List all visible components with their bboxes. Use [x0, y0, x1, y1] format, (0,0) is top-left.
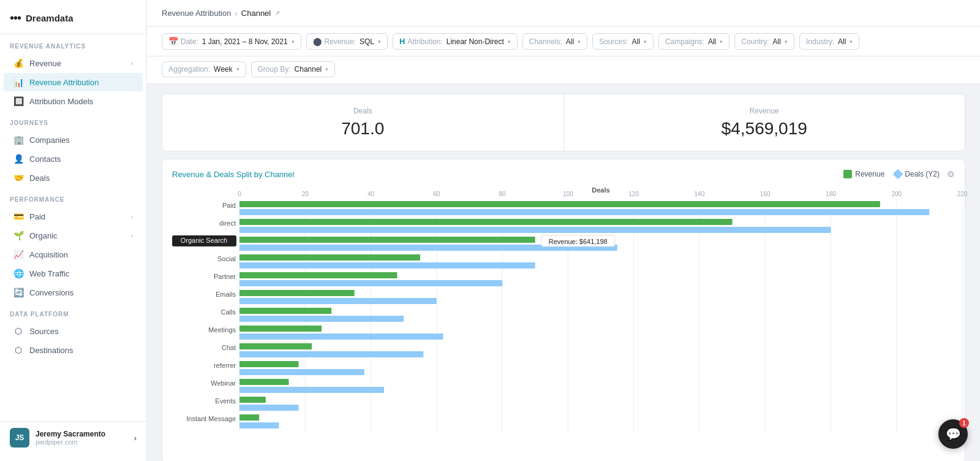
sidebar-item-companies[interactable]: 🏢 Companies [4, 131, 143, 149]
breadcrumb: Revenue Attribution › Channel ↗ [147, 0, 980, 27]
logo-dots: ••• [10, 11, 21, 25]
svg-text:80: 80 [499, 191, 507, 197]
sidebar-section-data-platform: DATA PLATFORM [0, 302, 146, 321]
svg-text:Calls: Calls [221, 308, 236, 316]
svg-rect-56 [239, 379, 288, 385]
svg-rect-29 [239, 219, 733, 225]
svg-rect-27 [239, 209, 929, 215]
campaigns-caret: ▾ [720, 39, 723, 45]
sidebar-section-performance: PERFORMANCE [0, 188, 146, 207]
svg-rect-57 [239, 387, 384, 393]
industry-label: Industry: [806, 37, 834, 46]
channels-label: Channels: [529, 37, 562, 46]
sidebar-item-web-traffic[interactable]: 🌐 Web Traffic [4, 264, 143, 283]
attribution-icon: H [399, 37, 405, 46]
sidebar-item-contacts[interactable]: 👤 Contacts [4, 150, 143, 168]
sidebar-item-acquisition[interactable]: 📈 Acquisition [4, 245, 143, 264]
sidebar-item-destinations[interactable]: ⬡ Destinations [4, 341, 143, 359]
sources-filter[interactable]: Sources: All ▾ [592, 33, 654, 50]
svg-rect-38 [239, 272, 397, 278]
sidebar-item-revenue[interactable]: 💰 Revenue › [4, 54, 143, 72]
svg-rect-42 [239, 298, 437, 304]
attribution-filter[interactable]: H Attribution: Linear Non-Direct ▾ [393, 33, 518, 50]
attribution-value: Linear Non-Direct [447, 37, 504, 46]
svg-rect-59 [239, 397, 266, 403]
revenue-summary-value: $4,569,019 [584, 119, 946, 139]
main-content: Revenue Attribution › Channel ↗ 📅 Date: … [147, 0, 980, 461]
date-value: 1 Jan, 2021 – 8 Nov, 2021 [202, 37, 288, 46]
aggregation-label: Aggregation: [168, 65, 210, 74]
logo-text: Dreamdata [26, 13, 74, 23]
chevron-icon: › [131, 213, 133, 220]
industry-filter[interactable]: Industry: All ▾ [799, 33, 859, 50]
chat-button[interactable]: 💬 1 [938, 419, 968, 449]
date-filter[interactable]: 📅 Date: 1 Jan, 2021 – 8 Nov, 2021 ▾ [162, 33, 301, 50]
chart-container: 020406080100120140160180200220DealsPaidd… [172, 186, 955, 452]
sidebar-icon-companies: 🏢 [13, 135, 23, 145]
groupby-label: Group By: [258, 65, 291, 74]
revenue-icon: ⬤ [313, 37, 322, 46]
svg-text:Emails: Emails [216, 291, 236, 298]
sidebar-icon-revenue-attribution: 📊 [13, 77, 23, 87]
svg-rect-54 [239, 369, 364, 375]
legend-deals-label: Deals (Y2) [905, 170, 940, 178]
chevron-icon: › [131, 232, 133, 239]
sidebar-item-revenue-attribution[interactable]: 📊 Revenue Attribution [4, 73, 143, 91]
country-filter[interactable]: Country: All ▾ [734, 33, 794, 50]
revenue-card: Revenue $4,569,019 [564, 94, 965, 151]
sidebar-item-deals[interactable]: 🤝 Deals [4, 169, 143, 187]
svg-rect-50 [239, 343, 312, 349]
sidebar-item-conversions[interactable]: 🔄 Conversions [4, 283, 143, 302]
sources-value: All [632, 37, 640, 46]
sidebar-icon-destinations: ⬡ [13, 345, 23, 355]
svg-text:200: 200 [891, 191, 902, 197]
sidebar-label-destinations: Destinations [29, 346, 74, 355]
chart-legend: Revenue Deals (Y2) [843, 170, 940, 178]
legend-deals: Deals (Y2) [894, 170, 940, 178]
sidebar-icon-paid: 💳 [13, 211, 23, 221]
svg-text:direct: direct [219, 219, 236, 227]
channels-filter[interactable]: Channels: All ▾ [522, 33, 587, 50]
svg-text:100: 100 [563, 191, 573, 197]
external-link-icon[interactable]: ↗ [274, 9, 280, 17]
legend-deals-dot [893, 169, 903, 180]
aggregation-filter[interactable]: Aggregation: Week ▾ [162, 61, 246, 77]
campaigns-filter[interactable]: Campaigns: All ▾ [658, 33, 729, 50]
svg-text:Partner: Partner [214, 273, 236, 280]
sidebar-label-companies: Companies [29, 135, 70, 145]
sidebar-icon-deals: 🤝 [13, 173, 23, 183]
revenue-summary-label: Revenue [584, 107, 946, 115]
attribution-caret: ▾ [508, 39, 511, 45]
svg-rect-60 [239, 405, 299, 411]
sidebar-icon-revenue: 💰 [13, 58, 23, 68]
campaigns-label: Campaigns: [665, 37, 704, 46]
revenue-caret: ▾ [378, 39, 381, 45]
chat-badge: 1 [959, 418, 969, 428]
main-content-area: Deals 701.0 Revenue $4,569,019 Revenue &… [147, 84, 980, 461]
svg-text:0: 0 [238, 191, 241, 197]
country-label: Country: [741, 37, 769, 46]
groupby-caret: ▾ [325, 66, 328, 72]
user-profile[interactable]: JS Jeremy Sacramento piedpiper.com › [0, 421, 146, 454]
revenue-value: SQL [360, 37, 374, 46]
chart-settings-button[interactable]: ⚙ [947, 169, 955, 179]
groupby-filter[interactable]: Group By: Channel ▾ [251, 61, 336, 77]
svg-rect-32 [239, 237, 535, 243]
sources-label: Sources: [599, 37, 628, 46]
svg-rect-47 [239, 326, 322, 332]
svg-text:140: 140 [695, 191, 705, 197]
chart-header: Revenue & Deals Split by Channel Revenue… [172, 169, 955, 179]
svg-text:180: 180 [826, 191, 836, 197]
sidebar-item-sources[interactable]: ⬡ Sources [4, 322, 143, 340]
revenue-filter[interactable]: ⬤ Revenue: SQL ▾ [306, 33, 388, 50]
sidebar-item-paid[interactable]: 💳 Paid › [4, 207, 143, 226]
breadcrumb-parent[interactable]: Revenue Attribution [162, 9, 231, 18]
sidebar-item-organic[interactable]: 🌱 Organic › [4, 226, 143, 245]
svg-text:20: 20 [302, 191, 309, 197]
sidebar-label-web-traffic: Web Traffic [29, 269, 69, 278]
chart-title[interactable]: Revenue & Deals Split by Channel [172, 170, 294, 179]
sidebar-label-paid: Paid [29, 212, 45, 221]
svg-text:Instant Message: Instant Message [186, 415, 236, 422]
sidebar-item-attribution-models[interactable]: 🔲 Attribution Models [4, 92, 143, 110]
svg-text:40: 40 [368, 191, 375, 197]
